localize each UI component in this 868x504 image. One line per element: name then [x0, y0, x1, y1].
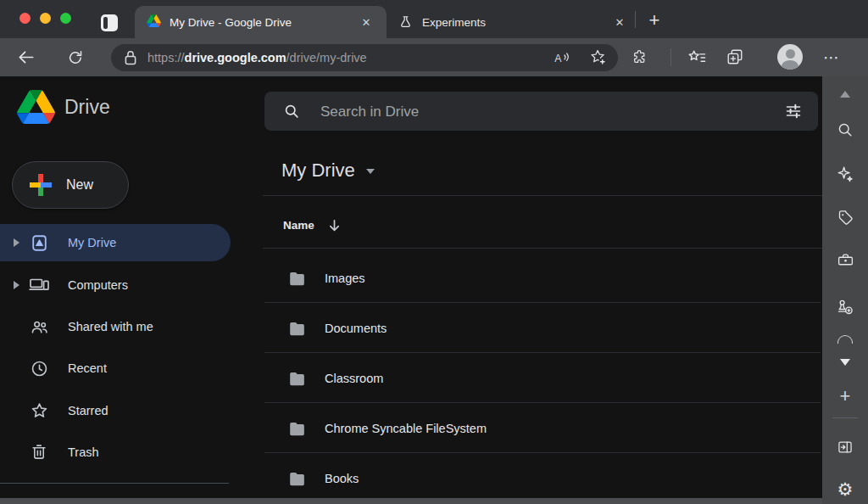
favorites-icon[interactable]	[687, 48, 707, 67]
tab-close-icon[interactable]: ✕	[357, 13, 376, 31]
list-header-divider	[263, 248, 822, 249]
trash-icon	[29, 443, 49, 462]
sidebar-discover-sparkles-icon[interactable]	[822, 165, 868, 183]
expand-caret-icon[interactable]	[10, 238, 22, 247]
folder-icon	[288, 371, 306, 386]
svg-text:A: A	[554, 53, 562, 64]
drive-brand-text: Drive	[64, 90, 110, 124]
sort-direction-icon[interactable]	[327, 218, 342, 232]
search-icon[interactable]	[283, 103, 300, 120]
sidebar-item-computers[interactable]: Computers	[0, 266, 231, 304]
sidebar-item-shared-with-me[interactable]: Shared with me	[0, 308, 231, 345]
tab-my-drive[interactable]: My Drive - Google Drive ✕	[135, 6, 387, 38]
folder-name: Books	[325, 472, 359, 485]
beaker-icon	[398, 14, 413, 30]
drive-search-bar[interactable]	[264, 92, 818, 131]
sidebar-item-label: Recent	[68, 361, 107, 375]
traffic-light-minimize[interactable]	[40, 13, 51, 24]
window-bottom-edge	[0, 498, 822, 504]
edge-sidebar: + ⚙	[822, 76, 868, 504]
tab-actions-pane	[103, 17, 108, 29]
sidebar-bottom-divider	[0, 483, 229, 484]
sidebar-games-icon[interactable]	[822, 298, 868, 316]
tab-actions-menu-icon[interactable]	[101, 14, 118, 31]
address-bar[interactable]: https://drive.google.com/drive/my-drive …	[111, 44, 618, 71]
sidebar-item-label: Computers	[68, 278, 128, 292]
folder-name: Classroom	[325, 372, 383, 385]
read-aloud-icon[interactable]: A	[553, 49, 570, 67]
tab-experiments[interactable]: Experiments ✕	[387, 6, 635, 38]
sidebar-item-label: My Drive	[68, 236, 116, 249]
computers-icon	[29, 276, 49, 294]
lock-icon[interactable]	[125, 50, 136, 65]
folder-row[interactable]: Images	[263, 253, 821, 303]
sidebar-add-icon[interactable]: +	[822, 385, 868, 407]
my-drive-icon	[29, 233, 49, 253]
avatar-body	[782, 60, 798, 70]
google-plus-icon	[30, 174, 52, 196]
drive-logo[interactable]	[17, 90, 55, 124]
extensions-icon[interactable]	[631, 48, 648, 65]
url-host: drive.google.com	[185, 51, 287, 64]
search-options-icon[interactable]	[785, 103, 802, 120]
tab-bar: My Drive - Google Drive ✕ Experiments ✕ …	[0, 0, 868, 38]
star-icon	[29, 401, 49, 421]
page-title[interactable]: My Drive	[281, 160, 355, 182]
tab-close-icon[interactable]: ✕	[610, 13, 629, 31]
drive-favicon	[147, 14, 161, 27]
column-header-name[interactable]: Name	[283, 219, 314, 232]
avatar-head	[786, 49, 795, 59]
traffic-light-zoom[interactable]	[60, 13, 71, 24]
url-text: https://drive.google.com/drive/my-drive	[147, 51, 367, 64]
folder-icon	[288, 471, 306, 486]
folder-name: Chrome Syncable FileSystem	[325, 422, 487, 435]
folder-name: Images	[325, 272, 365, 285]
sidebar-hidden-item-icon[interactable]	[822, 335, 868, 344]
shared-with-me-icon	[29, 317, 49, 337]
sidebar-item-starred[interactable]: Starred	[0, 392, 231, 429]
tab-strip-divider	[635, 11, 636, 28]
folder-icon	[288, 321, 306, 336]
sidebar-scroll-up-icon[interactable]	[822, 91, 868, 98]
folder-row[interactable]: Chrome Syncable FileSystem	[263, 403, 821, 453]
folder-row[interactable]: Books	[263, 453, 821, 503]
address-toolbar: https://drive.google.com/drive/my-drive …	[0, 38, 868, 76]
sidebar-item-my-drive[interactable]: My Drive	[0, 224, 231, 261]
folder-icon	[288, 271, 306, 286]
tab-title: Experiments	[422, 16, 486, 29]
sidebar-divider	[832, 417, 858, 418]
url-scheme: https://	[147, 51, 185, 64]
settings-more-icon[interactable]: ⋯	[819, 45, 844, 69]
traffic-light-close[interactable]	[19, 13, 31, 24]
back-button[interactable]	[16, 48, 36, 67]
sidebar-scroll-down-icon[interactable]	[822, 359, 868, 366]
folder-icon	[288, 421, 306, 436]
title-dropdown-icon[interactable]	[366, 169, 375, 174]
header-divider	[263, 195, 822, 196]
collections-icon[interactable]	[726, 48, 744, 66]
sidebar-item-recent[interactable]: Recent	[0, 350, 231, 387]
sidebar-search-icon[interactable]	[822, 121, 868, 138]
add-favorite-icon[interactable]	[589, 48, 608, 67]
toolbar-divider	[670, 48, 671, 66]
sidebar-item-trash[interactable]: Trash	[0, 434, 231, 471]
folder-row[interactable]: Classroom	[263, 353, 821, 403]
url-path: /drive/my-drive	[287, 51, 367, 64]
recent-clock-icon	[29, 359, 49, 378]
sidebar-item-label: Shared with me	[68, 320, 153, 333]
search-input[interactable]	[319, 92, 746, 132]
browser-window: My Drive - Google Drive ✕ Experiments ✕ …	[0, 0, 868, 504]
sidebar-tools-icon[interactable]	[822, 251, 868, 269]
sidebar-item-label: Trash	[68, 445, 99, 459]
new-button[interactable]: New	[12, 161, 129, 209]
expand-caret-icon[interactable]	[10, 281, 22, 289]
folder-name: Documents	[325, 322, 387, 335]
refresh-button[interactable]	[67, 49, 84, 66]
sidebar-open-panel-icon[interactable]	[822, 439, 868, 456]
sidebar-settings-gear-icon[interactable]: ⚙	[822, 479, 868, 500]
new-tab-button[interactable]: +	[642, 7, 667, 34]
sidebar-item-label: Starred	[68, 404, 108, 417]
folder-row[interactable]: Documents	[263, 303, 821, 353]
profile-avatar[interactable]	[777, 44, 803, 70]
sidebar-shopping-tag-icon[interactable]	[822, 209, 868, 227]
